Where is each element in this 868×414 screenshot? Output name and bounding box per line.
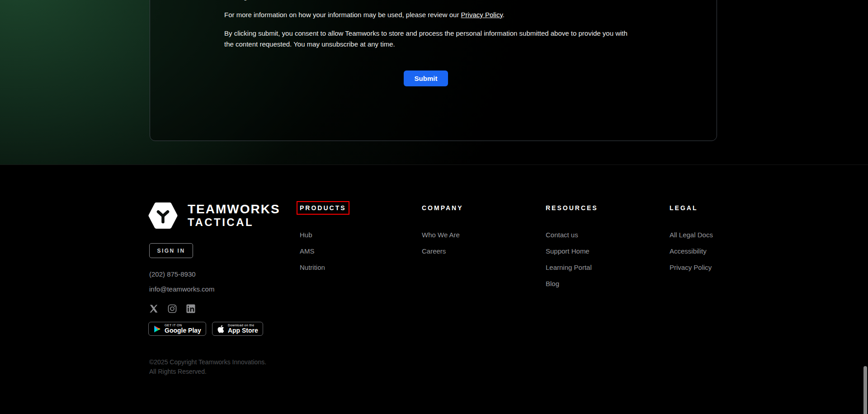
social-links <box>149 304 195 313</box>
communications-optin-label: I agree to receive other communications … <box>236 0 414 0</box>
google-play-label: Google Play <box>165 327 201 334</box>
vertical-scrollbar-thumb[interactable] <box>863 366 867 414</box>
linkedin-icon[interactable] <box>186 304 195 313</box>
footer-column-legal: LEGALAll Legal DocsAccessibilityPrivacy … <box>670 204 769 271</box>
site-footer: TEAMWORKS TACTICAL SIGN IN (202) 875-893… <box>0 165 868 414</box>
footer-link-learning-portal[interactable]: Learning Portal <box>546 264 645 271</box>
x-twitter-icon[interactable] <box>149 304 158 313</box>
apple-icon <box>217 325 225 334</box>
consent-text: By clicking submit, you consent to allow… <box>224 28 627 50</box>
teamworks-hexagon-icon <box>148 201 178 230</box>
contact-form-card: I agree to receive other communications … <box>150 0 717 141</box>
footer-column-company: COMPANYWho We AreCareers <box>422 204 521 254</box>
copyright-line-1: ©2025 Copyright Teamworks Innovations. <box>149 358 266 367</box>
footer-link-contact-us[interactable]: Contact us <box>546 231 645 238</box>
footer-link-careers[interactable]: Careers <box>422 248 521 254</box>
communications-optin-row: I agree to receive other communications … <box>224 0 627 2</box>
sign-in-button[interactable]: SIGN IN <box>149 243 193 258</box>
submit-button[interactable]: Submit <box>404 71 448 86</box>
instagram-icon[interactable] <box>168 304 177 313</box>
footer-column-title-company[interactable]: COMPANY <box>422 204 463 212</box>
submit-row: Submit <box>224 71 627 86</box>
footer-column-links: HubAMSNutrition <box>300 231 399 271</box>
app-store-label: App Store <box>228 327 258 334</box>
copyright-text: ©2025 Copyright Teamworks Innovations. A… <box>149 358 266 376</box>
app-store-badge[interactable]: Download on the App Store <box>212 322 263 336</box>
footer-link-ams[interactable]: AMS <box>300 248 399 254</box>
footer-column-links: Contact usSupport HomeLearning PortalBlo… <box>546 231 645 287</box>
brand-wordmark: TEAMWORKS TACTICAL <box>188 202 280 229</box>
footer-link-accessibility[interactable]: Accessibility <box>670 248 769 254</box>
form-content: I agree to receive other communications … <box>224 0 627 86</box>
footer-link-nutrition[interactable]: Nutrition <box>300 264 399 271</box>
privacy-info-text: For more information on how your informa… <box>224 10 627 19</box>
brand-line-2: TACTICAL <box>188 216 280 229</box>
footer-link-hub[interactable]: Hub <box>300 231 399 238</box>
brand-logo[interactable]: TEAMWORKS TACTICAL <box>148 201 280 230</box>
footer-link-who-we-are[interactable]: Who We Are <box>422 231 521 238</box>
footer-column-title-legal[interactable]: LEGAL <box>670 204 698 212</box>
footer-column-title-resources[interactable]: RESOURCES <box>546 204 598 212</box>
footer-link-all-legal-docs[interactable]: All Legal Docs <box>670 231 769 238</box>
google-play-icon <box>153 325 161 334</box>
google-play-badge[interactable]: GET IT ON Google Play <box>148 322 206 336</box>
copyright-line-2: All Rights Reserved. <box>149 367 266 376</box>
app-badges: GET IT ON Google Play Download on the Ap… <box>148 322 263 336</box>
footer-column-resources: RESOURCESContact usSupport HomeLearning … <box>546 204 645 287</box>
footer-link-privacy-policy[interactable]: Privacy Policy <box>670 264 769 271</box>
footer-column-products: PRODUCTSHubAMSNutrition <box>300 204 399 271</box>
footer-column-links: Who We AreCareers <box>422 231 521 254</box>
phone-link[interactable]: (202) 875-8930 <box>149 270 196 278</box>
brand-line-1: TEAMWORKS <box>188 202 280 216</box>
required-asterisk: * <box>411 0 414 0</box>
page-background: I agree to receive other communications … <box>0 0 868 165</box>
footer-link-support-home[interactable]: Support Home <box>546 248 645 254</box>
footer-column-links: All Legal DocsAccessibilityPrivacy Polic… <box>670 231 769 271</box>
email-link[interactable]: info@teamworks.com <box>149 285 214 293</box>
privacy-policy-link[interactable]: Privacy Policy <box>461 11 503 19</box>
footer-link-blog[interactable]: Blog <box>546 280 645 287</box>
footer-column-title-products[interactable]: PRODUCTS <box>300 204 346 212</box>
